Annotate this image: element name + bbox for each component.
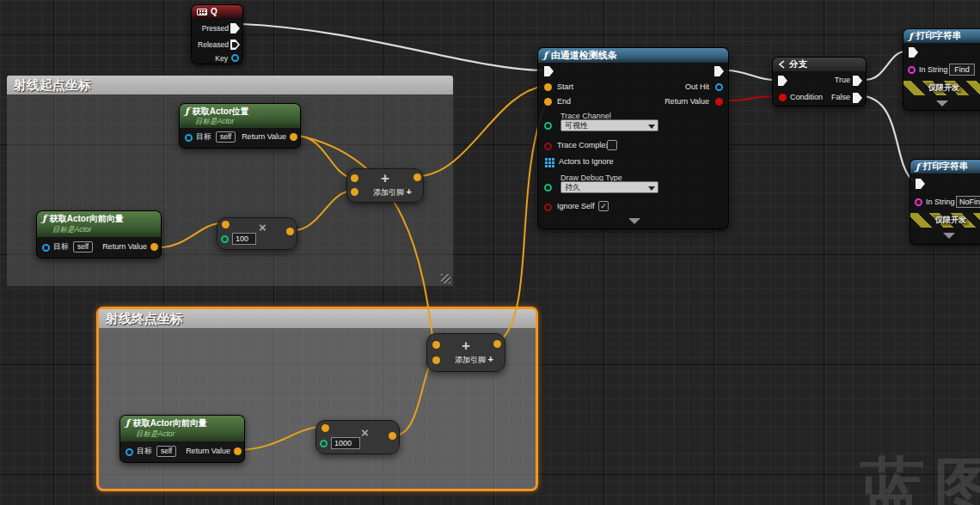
data-pin-result-output[interactable]: [493, 340, 501, 348]
data-pin-a-input[interactable]: [432, 341, 440, 349]
comment-title-ray-end[interactable]: 射线终点坐标: [99, 309, 536, 328]
comment-title-ray-start[interactable]: 射线起点坐标: [7, 76, 453, 94]
node-add-vector-2[interactable]: + 添加引脚 +: [426, 333, 505, 372]
data-pin-out-hit[interactable]: [715, 83, 723, 91]
node-multiply-1000[interactable]: 1000 ×: [315, 420, 400, 454]
node-get-forward-vector-1[interactable]: ƒ 获取Actor向前向量 目标是Actor 目标 self Return Va…: [36, 210, 162, 259]
data-pin-result-output[interactable]: [413, 173, 421, 181]
exec-pin-false[interactable]: [853, 93, 862, 103]
blueprint-graph-canvas[interactable]: 蓝图 射线起点坐标 射线终点坐标 Q: [0, 0, 980, 505]
checkmark-icon: ✓: [600, 202, 607, 210]
exec-pin-in[interactable]: [909, 47, 918, 58]
function-icon: ƒ: [909, 31, 913, 42]
node-get-forward-vector-2[interactable]: ƒ 获取Actor向前向量 目标是Actor 目标 self Return Va…: [119, 415, 245, 463]
node-branch[interactable]: 分支 Condition True False: [772, 57, 867, 106]
in-string-input[interactable]: NoFind: [956, 196, 980, 208]
draw-debug-dropdown[interactable]: 持久: [560, 181, 658, 193]
exec-pin-released[interactable]: [230, 40, 240, 50]
dropdown-caret-icon: [648, 186, 655, 191]
node-print-string-found[interactable]: ƒ 打印字符串 In String Find 仅限开发: [903, 28, 980, 111]
pin-label-condition: Condition: [790, 93, 823, 102]
function-icon: ƒ: [126, 417, 130, 429]
data-pin-trace-channel[interactable]: [544, 122, 552, 130]
node-line-trace-by-channel[interactable]: ƒ 由通道检测线条 Start End Out Hit Return Value…: [537, 47, 729, 229]
node-subtitle: 目标是Actor: [136, 429, 175, 440]
draw-debug-value: 持久: [565, 183, 580, 192]
exec-pin-pressed[interactable]: [230, 23, 240, 33]
ignore-self-checkbox[interactable]: ✓: [598, 201, 609, 211]
data-pin-target[interactable]: [42, 244, 50, 252]
data-pin-return-value[interactable]: [150, 243, 158, 251]
data-pin-target[interactable]: [126, 448, 133, 456]
exec-pin-in[interactable]: [778, 76, 787, 86]
node-header[interactable]: Q: [192, 5, 242, 18]
data-pin-return-value[interactable]: [715, 98, 723, 106]
exec-pin-in[interactable]: [916, 179, 925, 189]
data-pin-key[interactable]: [231, 54, 239, 62]
data-pin-in-string[interactable]: [908, 66, 916, 74]
node-title: 打印字符串: [923, 161, 969, 173]
node-subtitle: 目标是Actor: [195, 117, 234, 127]
data-pin-draw-debug-type[interactable]: [544, 184, 552, 192]
trace-complex-checkbox[interactable]: [607, 140, 617, 150]
function-icon: ƒ: [42, 213, 46, 224]
keyboard-icon: [197, 9, 207, 15]
data-pin-condition[interactable]: [779, 94, 787, 101]
node-header[interactable]: ƒ 打印字符串: [910, 160, 980, 173]
data-pin-ignore-self[interactable]: [544, 204, 552, 211]
data-pin-trace-complex[interactable]: [544, 143, 552, 150]
data-pin-return-value[interactable]: [234, 447, 242, 455]
pin-label-return-value: Return Value: [665, 97, 709, 106]
data-pin-return-value[interactable]: [290, 133, 297, 141]
data-pin-b-input[interactable]: [432, 356, 440, 364]
wire-exec-trace-to-branch: [726, 70, 775, 80]
data-pin-result-output[interactable]: [389, 432, 396, 440]
target-self-input[interactable]: self: [156, 446, 176, 457]
add-pin-label[interactable]: 添加引脚 +: [455, 354, 493, 366]
node-header[interactable]: ƒ 由通道检测线条: [538, 48, 728, 63]
pin-label-in-string: In String: [919, 65, 948, 75]
node-key-event-q[interactable]: Q Pressed Released Key: [191, 4, 243, 64]
data-pin-end[interactable]: [544, 98, 552, 106]
dropdown-caret-icon: [648, 125, 655, 129]
target-self-input[interactable]: self: [216, 131, 236, 143]
node-add-vector-1[interactable]: + 添加引脚 +: [346, 168, 424, 203]
target-self-input[interactable]: self: [73, 241, 93, 252]
pin-label-ignore-self: Ignore Self: [557, 202, 595, 211]
data-pin-result-output[interactable]: [286, 228, 294, 235]
data-pin-vector-input[interactable]: [322, 424, 329, 432]
pin-label-false: False: [831, 93, 850, 102]
add-pin-label[interactable]: 添加引脚 +: [373, 186, 412, 198]
in-string-input[interactable]: Find: [949, 64, 975, 76]
data-pin-b-input[interactable]: [351, 188, 358, 196]
data-pin-float-input[interactable]: [320, 440, 328, 447]
add-pin-plus-icon[interactable]: +: [488, 354, 493, 364]
multiplier-value-input[interactable]: 100: [232, 233, 256, 245]
exec-pin-true[interactable]: [853, 76, 862, 86]
multiplier-value-input[interactable]: 1000: [331, 437, 360, 449]
data-pin-float-input[interactable]: [221, 235, 229, 243]
node-print-string-not-found[interactable]: ƒ 打印字符串 In String NoFind 仅限开发: [910, 159, 980, 245]
node-multiply-100[interactable]: 100 ×: [217, 217, 297, 250]
collapse-arrow-icon[interactable]: [628, 218, 640, 224]
exec-pin-in[interactable]: [544, 66, 554, 76]
data-pin-in-string[interactable]: [915, 198, 922, 206]
trace-channel-dropdown[interactable]: 可视性: [560, 119, 658, 131]
comment-resize-handle[interactable]: [441, 274, 450, 283]
collapse-arrow-icon[interactable]: [936, 100, 948, 106]
blueprint-watermark: 蓝图: [860, 445, 980, 505]
node-header[interactable]: ƒ 打印字符串: [903, 29, 980, 43]
array-pin-actors-to-ignore[interactable]: [545, 158, 548, 161]
node-get-actor-location[interactable]: ƒ 获取Actor位置 目标是Actor 目标 self Return Valu…: [179, 103, 301, 149]
add-pin-plus-icon[interactable]: +: [407, 186, 412, 197]
node-title: 获取Actor位置: [193, 106, 249, 118]
node-title: 获取Actor向前向量: [50, 213, 124, 225]
pin-label-key: Key: [215, 54, 228, 64]
data-pin-a-input[interactable]: [351, 174, 358, 182]
exec-pin-out[interactable]: [714, 66, 724, 76]
data-pin-target[interactable]: [185, 134, 193, 142]
data-pin-start[interactable]: [544, 83, 552, 91]
collapse-arrow-icon[interactable]: [943, 233, 955, 239]
node-header[interactable]: 分支: [773, 58, 866, 71]
data-pin-vector-input[interactable]: [222, 221, 230, 228]
